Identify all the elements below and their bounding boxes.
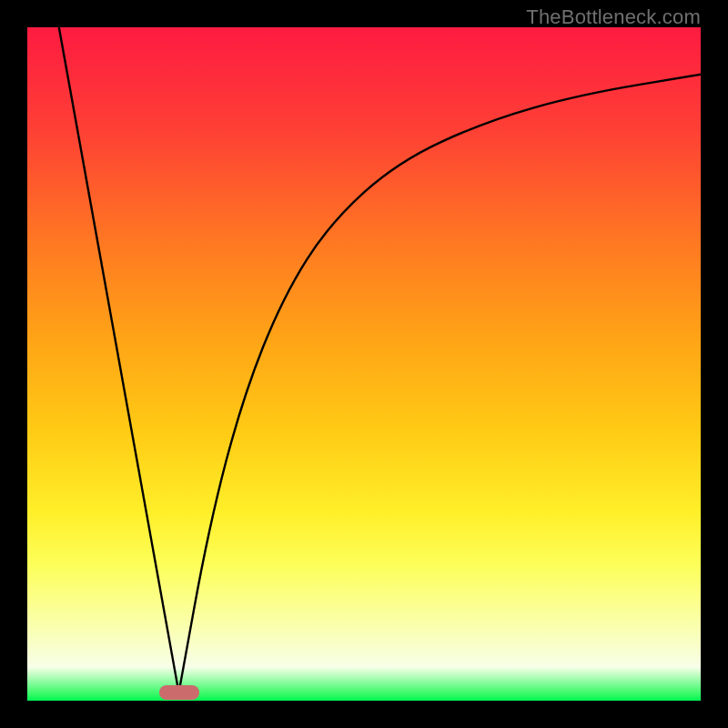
watermark-text: TheBottleneck.com [526, 5, 701, 29]
right-curve-path [179, 75, 702, 693]
curve-layer [27, 27, 701, 701]
left-line-path [59, 27, 179, 693]
chart-container: TheBottleneck.com [0, 0, 728, 728]
plot-area [27, 27, 701, 701]
bottleneck-marker [159, 685, 199, 700]
